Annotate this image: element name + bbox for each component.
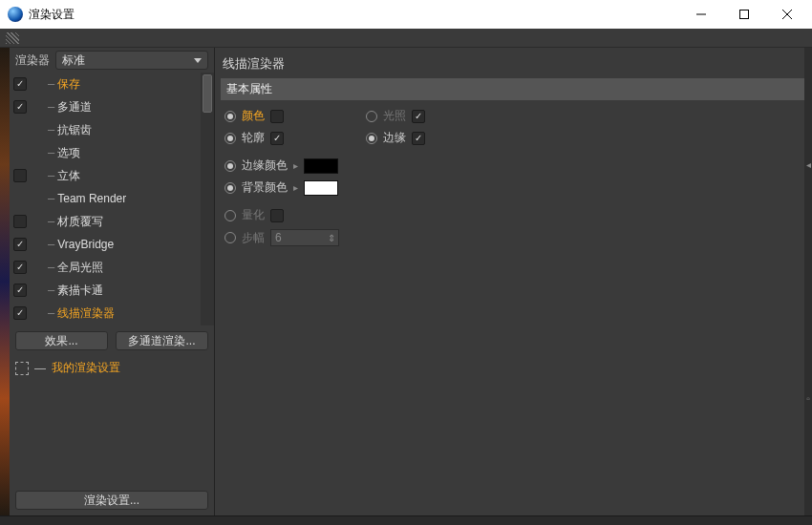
renderer-dropdown[interactable]: 标准 (55, 51, 208, 70)
close-button[interactable] (765, 0, 808, 29)
list-item-label: 立体 (57, 168, 80, 184)
list-item[interactable]: —立体 (10, 164, 201, 187)
check-outline[interactable] (270, 132, 284, 145)
check-color[interactable] (270, 110, 284, 123)
list-item-checkbox[interactable] (13, 261, 27, 274)
list-item-label: Team Render (57, 192, 126, 205)
list-item-checkbox[interactable] (13, 100, 27, 114)
list-item-checkbox[interactable] (13, 169, 27, 182)
list-item[interactable]: —全局光照 (10, 256, 201, 279)
list-item[interactable]: —多通道 (10, 95, 201, 118)
check-edges[interactable] (412, 132, 425, 145)
dock-icon[interactable]: ▫ (806, 393, 810, 404)
check-quantize[interactable] (270, 209, 284, 222)
status-bar (0, 515, 812, 525)
svg-rect-1 (739, 10, 748, 19)
multipass-render-button[interactable]: 多通道渲染... (116, 331, 208, 350)
sidebar: 渲染器 标准 —保存—多通道—抗锯齿—选项—立体—Team Render—材质覆… (10, 48, 215, 515)
radio-illumination[interactable] (366, 111, 377, 122)
list-item-label: 选项 (57, 145, 80, 161)
window-title: 渲染设置 (29, 7, 679, 23)
list-item[interactable]: —线描渲染器 (10, 302, 201, 325)
label-step: 步幅 (242, 230, 265, 246)
label-illumination: 光照 (383, 108, 406, 124)
scrollbar[interactable] (201, 73, 214, 326)
label-outline: 轮廓 (242, 130, 265, 146)
list-item[interactable]: —抗锯齿 (10, 118, 201, 141)
list-item-checkbox[interactable] (13, 215, 27, 228)
list-item-label: 材质覆写 (57, 214, 103, 230)
label-edges: 边缘 (383, 130, 406, 146)
step-input[interactable]: 6 (270, 229, 339, 246)
list-item-label: 线描渲染器 (57, 305, 115, 322)
section-header: 基本属性 (221, 78, 804, 100)
grip-icon[interactable] (6, 32, 19, 44)
scrollbar-thumb[interactable] (203, 74, 212, 113)
preset-icon (15, 362, 29, 375)
list-item-checkbox[interactable] (13, 238, 27, 251)
list-item[interactable]: —保存 (10, 73, 201, 95)
list-item-checkbox[interactable] (13, 77, 27, 91)
radio-bg-color[interactable] (224, 182, 236, 194)
label-color: 颜色 (242, 108, 265, 124)
list-item-label: 保存 (57, 76, 80, 93)
radio-edge-color[interactable] (224, 160, 236, 172)
list-item-checkbox[interactable] (13, 284, 27, 297)
check-illumination[interactable] (412, 110, 425, 123)
list-item-label: 抗锯齿 (57, 122, 92, 138)
viewport-strip (0, 48, 10, 515)
minimize-button[interactable] (679, 0, 722, 29)
effects-button[interactable]: 效果... (15, 331, 108, 350)
radio-quantize[interactable] (224, 210, 236, 221)
list-item-label: 素描卡通 (57, 283, 103, 299)
label-quantize: 量化 (242, 207, 265, 223)
label-edge-color: 边缘颜色 (242, 158, 288, 174)
titlebar: 渲染设置 (0, 0, 812, 29)
effects-list: —保存—多通道—抗锯齿—选项—立体—Team Render—材质覆写—VrayB… (10, 73, 214, 326)
toolbar (0, 29, 812, 48)
main-title: 线描渲染器 (221, 52, 804, 78)
right-strip: ◂ ▫ (804, 48, 812, 515)
list-item-checkbox[interactable] (13, 306, 27, 320)
list-item[interactable]: —选项 (10, 141, 201, 164)
radio-outline[interactable] (224, 133, 236, 144)
list-item[interactable]: —Team Render (10, 187, 201, 210)
arrow-icon[interactable]: ▸ (293, 182, 298, 193)
list-item[interactable]: —VrayBridge (10, 233, 201, 256)
radio-color[interactable] (224, 111, 236, 122)
edge-color-swatch[interactable] (304, 158, 338, 174)
list-item-label: VrayBridge (57, 238, 114, 251)
preset-label: 我的渲染设置 (52, 360, 120, 376)
maximize-button[interactable] (722, 0, 765, 29)
radio-step (224, 232, 236, 243)
render-settings-button[interactable]: 渲染设置... (15, 491, 208, 510)
radio-edges[interactable] (366, 133, 377, 144)
main-panel: 线描渲染器 基本属性 颜色 光照 轮廓 (215, 48, 812, 515)
dock-icon[interactable]: ◂ (806, 159, 811, 170)
list-item[interactable]: —材质覆写 (10, 210, 201, 233)
renderer-value: 标准 (62, 52, 85, 69)
list-item-label: 全局光照 (57, 260, 103, 276)
label-bg-color: 背景颜色 (242, 179, 288, 196)
renderer-label: 渲染器 (15, 52, 50, 69)
app-icon (8, 7, 23, 22)
arrow-icon[interactable]: ▸ (293, 160, 298, 171)
preset-row[interactable]: — 我的渲染设置 (10, 356, 214, 380)
list-item[interactable]: —素描卡通 (10, 279, 201, 302)
list-item-label: 多通道 (57, 99, 92, 116)
bg-color-swatch[interactable] (304, 180, 338, 196)
